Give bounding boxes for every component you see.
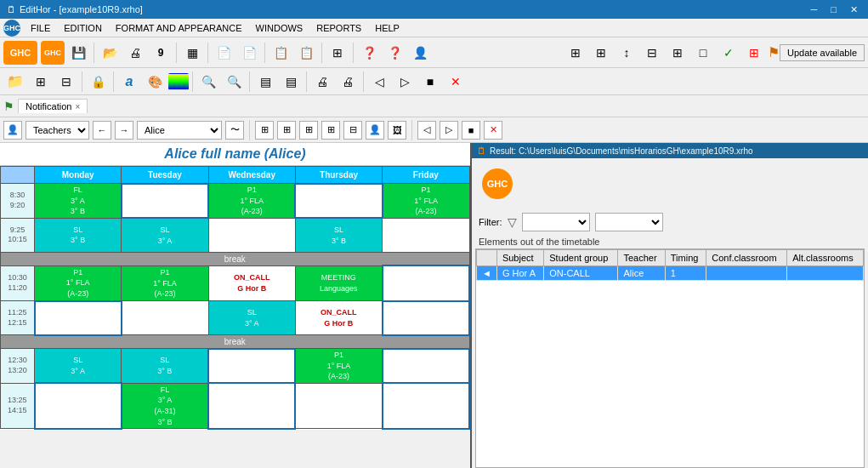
timetable-row[interactable]: 10:30 11:20P1 1° FLA (A-23)P1 1° FLA (A-… [1, 265, 470, 300]
menu-reports[interactable]: REPORTS [309, 21, 368, 35]
cell-monday[interactable] [35, 301, 122, 335]
cell-wednesday[interactable] [208, 218, 295, 252]
view-btn4[interactable]: ⊞ [321, 121, 340, 140]
rt-btn5[interactable]: ⊞ [666, 41, 689, 65]
grid-button[interactable]: ▦ [180, 41, 204, 65]
cell-friday[interactable] [383, 265, 469, 300]
maximize-button[interactable]: □ [827, 4, 840, 15]
nav-next-btn[interactable]: → [115, 121, 133, 140]
cell-tuesday[interactable] [122, 301, 208, 335]
timetable-row[interactable]: 8:30 9:20FL 3° A 3° BP1 1° FLA (A-23)P1 … [1, 184, 470, 219]
cell-thursday[interactable]: ON_CALL G Hor B [295, 301, 382, 335]
timetable-scroll[interactable]: Monday Tuesday Wednesday Thursday Friday… [0, 166, 470, 468]
view-btn1[interactable]: ⊞ [255, 121, 274, 140]
save-button[interactable]: 💾 [66, 41, 90, 65]
table-btn[interactable]: ▤ [253, 70, 277, 94]
rt-btn6[interactable]: □ [691, 41, 715, 65]
cell-thursday[interactable]: SL 3° B [295, 218, 382, 252]
cell-friday[interactable] [383, 218, 469, 252]
cell-tuesday[interactable]: P1 1° FLA (A-23) [122, 265, 208, 300]
info-btn[interactable]: ❓ [383, 41, 406, 65]
help-btn[interactable]: ❓ [357, 41, 381, 65]
view-btn6[interactable]: 👤 [366, 121, 384, 140]
lock-btn[interactable]: 🔒 [86, 70, 110, 94]
cell-thursday[interactable]: MEETING Languages [295, 265, 382, 300]
zoom-btn[interactable]: 🔍 [196, 70, 220, 94]
doc-button[interactable]: 📋 [269, 41, 292, 65]
update-available-btn[interactable]: ⚑ Update available [768, 41, 865, 65]
nav-close-btn[interactable]: ✕ [444, 70, 468, 94]
cell-friday[interactable] [383, 349, 469, 384]
grid-view-btn[interactable]: ⊞ [29, 70, 53, 94]
timetable-row[interactable]: 9:25 10:15SL 3° BSL 3° ASL 3° B [1, 218, 470, 252]
view-btn5[interactable]: ⊟ [343, 121, 362, 140]
timetable-row[interactable]: break [1, 335, 470, 349]
rt-btn3[interactable]: ↕ [615, 41, 638, 65]
cell-monday[interactable]: P1 1° FLA (A-23) [35, 265, 122, 300]
color-btn[interactable]: 🎨 [143, 70, 167, 94]
text-btn[interactable]: a [117, 70, 141, 94]
nav-prev-btn[interactable]: ← [93, 121, 111, 140]
view-btn7[interactable]: 🖼 [388, 121, 406, 140]
grid-view2-btn[interactable]: ⊟ [54, 70, 78, 94]
cell-friday[interactable] [383, 301, 469, 335]
open-button[interactable]: 📂 [98, 41, 122, 65]
timetable-row[interactable]: break [1, 252, 470, 265]
cell-thursday[interactable]: P1 1° FLA (A-23) [295, 349, 382, 384]
nav-type-icon[interactable]: 👤 [3, 121, 22, 140]
cell-monday[interactable] [35, 383, 122, 428]
menu-file[interactable]: FILE [24, 21, 57, 35]
timetable-row[interactable]: 13:25 14:15FL 3° A (A-31) 3° B [1, 383, 470, 428]
cell-friday[interactable] [383, 383, 469, 428]
notification-tab[interactable]: Notification × [18, 99, 88, 113]
name-select[interactable]: Alice [137, 121, 222, 140]
cell-monday[interactable]: FL 3° A 3° B [35, 184, 122, 219]
nav-action3[interactable]: ■ [462, 121, 480, 140]
filter-select-2[interactable] [595, 213, 663, 231]
notification-close[interactable]: × [75, 102, 80, 111]
nav-stop-btn[interactable]: ■ [418, 70, 442, 94]
menu-windows[interactable]: WINDOWS [249, 21, 310, 35]
cell-wednesday[interactable] [208, 349, 295, 384]
close-button[interactable]: ✕ [847, 4, 861, 15]
minimize-button[interactable]: ─ [808, 4, 821, 15]
table2-btn[interactable]: ▤ [279, 70, 303, 94]
cell-wednesday[interactable]: SL 3° A [208, 301, 295, 335]
num-button[interactable]: 9 [149, 41, 173, 65]
view-btn3[interactable]: ⊞ [299, 121, 318, 140]
cell-friday[interactable]: P1 1° FLA (A-23) [383, 184, 469, 219]
rt-btn7[interactable]: ✓ [717, 41, 740, 65]
print2-btn[interactable]: 🖨 [310, 70, 334, 94]
view-btn2[interactable]: ⊞ [277, 121, 296, 140]
cell-wednesday[interactable] [208, 383, 295, 428]
docx-button[interactable]: 📋 [294, 41, 318, 65]
menu-help[interactable]: HELP [368, 21, 406, 35]
cell-tuesday[interactable]: SL 3° B [122, 349, 208, 384]
cell-tuesday[interactable]: FL 3° A (A-31) 3° B [122, 383, 208, 428]
cell-thursday[interactable] [295, 184, 382, 219]
nav-right-btn[interactable]: ▷ [393, 70, 417, 94]
rt-btn4[interactable]: ⊟ [640, 41, 664, 65]
print-button[interactable]: 🖨 [123, 41, 147, 65]
cell-tuesday[interactable] [122, 184, 208, 219]
print3-btn[interactable]: 🖨 [336, 70, 360, 94]
nav-close2[interactable]: ✕ [484, 121, 502, 140]
pdf-button[interactable]: 📄 [212, 41, 235, 65]
filter-select-1[interactable] [522, 213, 590, 231]
nav-left-btn[interactable]: ◁ [367, 70, 391, 94]
nav-wave-btn[interactable]: 〜 [225, 121, 244, 140]
zoom2-btn[interactable]: 🔍 [222, 70, 246, 94]
rt-btn2[interactable]: ⊞ [589, 41, 613, 65]
cell-monday[interactable]: SL 3° B [35, 218, 122, 252]
cell-tuesday[interactable]: SL 3° A [122, 218, 208, 252]
folder-btn[interactable]: 📁 [3, 70, 27, 94]
export-button[interactable]: 📄 [237, 41, 261, 65]
color2-btn[interactable] [168, 73, 189, 90]
copy-button[interactable]: ⊞ [326, 41, 349, 65]
result-row[interactable]: ◄G Hor AON-CALLAlice1 [477, 266, 864, 281]
cell-thursday[interactable] [295, 383, 382, 428]
timetable-row[interactable]: 11:25 12:15SL 3° AON_CALL G Hor B [1, 301, 470, 335]
nav-action2[interactable]: ▷ [440, 121, 458, 140]
menu-format[interactable]: FORMAT AND APPEARANCE [109, 21, 249, 35]
cell-wednesday[interactable]: P1 1° FLA (A-23) [208, 184, 295, 219]
